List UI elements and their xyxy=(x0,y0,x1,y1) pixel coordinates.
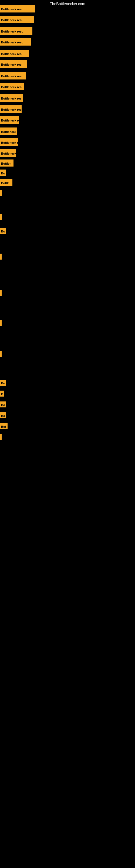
bar-item xyxy=(0,290,2,296)
bar-label: Bottleneck res xyxy=(0,60,27,68)
bar-label: Bot xyxy=(0,423,8,429)
bar-label: Bottleneck r xyxy=(0,149,16,157)
bar-item xyxy=(0,320,2,326)
bar-line xyxy=(0,290,2,296)
bar-item: Bottleneck resu xyxy=(0,38,31,45)
bar-label: Bottleneck r xyxy=(0,127,17,135)
bar-label: Bo xyxy=(0,412,6,418)
bar-item: Bottleneck res xyxy=(0,72,26,80)
bar-line xyxy=(0,351,2,357)
bar-line xyxy=(0,320,2,326)
bar-label: Bo xyxy=(0,401,6,407)
bar-item: Bottleneck res xyxy=(0,50,29,57)
bar-label: Bottleneck resu xyxy=(0,38,31,45)
bar-item: Bottleneck res xyxy=(0,60,27,68)
bar-label: Bottleneck resu xyxy=(0,16,34,23)
bar-item: Bottleneck re xyxy=(0,138,18,146)
bar-item xyxy=(0,254,2,259)
bar-item xyxy=(0,190,2,196)
bar-item: Bottlen xyxy=(0,159,13,166)
bar-item: B xyxy=(0,391,4,397)
bar-line xyxy=(0,190,2,196)
bar-label: Bottlen xyxy=(0,159,13,166)
bar-item: Bottleneck resu xyxy=(0,27,32,35)
bar-item: Bottleneck resu xyxy=(0,5,35,12)
bar-item: Bottleneck r xyxy=(0,149,16,157)
bar-item: Bot xyxy=(0,423,8,429)
bar-label: Bottleneck res xyxy=(0,72,26,80)
bar-label: Bottleneck resu xyxy=(0,5,35,12)
bar-label: Bottleneck res xyxy=(0,94,23,102)
bar-item: Bottleneck res xyxy=(0,94,23,102)
bar-label: Bo xyxy=(0,169,6,176)
bar-item xyxy=(0,434,2,440)
bar-item: Bo xyxy=(0,228,6,234)
bar-item xyxy=(0,214,2,220)
bar-line xyxy=(0,214,2,220)
bar-label: Bottleneck res xyxy=(0,50,29,57)
bar-item: Bottleneck res xyxy=(0,83,24,90)
bar-item: Bottleneck resu xyxy=(0,16,34,23)
bar-label: Bo xyxy=(0,228,6,234)
bar-label: Bottleneck res xyxy=(0,83,24,90)
bar-label: Bottle xyxy=(0,179,12,186)
bar-label: B xyxy=(0,391,4,397)
bar-item: Bottleneck r xyxy=(0,127,17,135)
bar-item xyxy=(0,351,2,357)
bar-item: Bo xyxy=(0,412,6,418)
bar-label: Bottleneck re xyxy=(0,116,19,124)
bar-label: Bottleneck re xyxy=(0,138,18,146)
bar-label: Bo xyxy=(0,380,6,386)
bar-item: Bottleneck res xyxy=(0,105,21,113)
bar-line xyxy=(0,434,2,440)
bar-line xyxy=(0,254,2,259)
bar-item: Bottle xyxy=(0,179,12,186)
bar-label: Bottleneck resu xyxy=(0,27,32,35)
bar-label: Bottleneck res xyxy=(0,105,21,113)
bar-item: Bottleneck re xyxy=(0,116,19,124)
bar-item: Bo xyxy=(0,169,6,176)
bar-item: Bo xyxy=(0,401,6,407)
bar-item: Bo xyxy=(0,380,6,386)
